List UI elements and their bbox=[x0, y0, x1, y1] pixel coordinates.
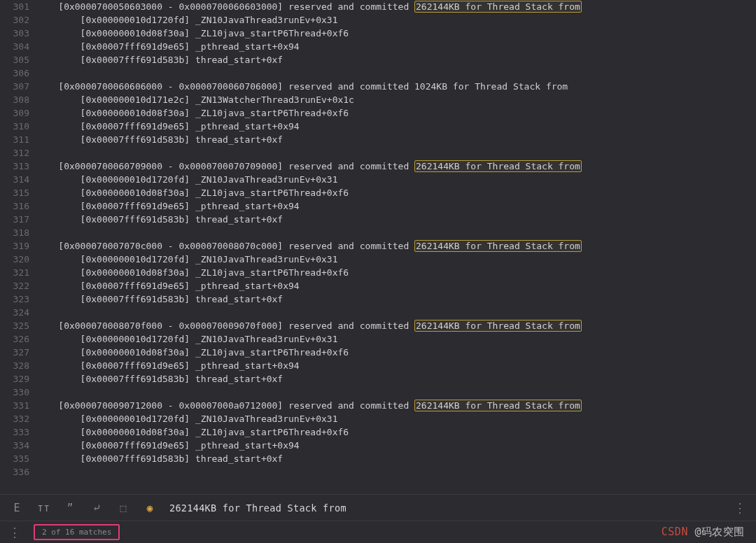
line-number: 311 bbox=[0, 133, 29, 146]
line-number: 318 bbox=[0, 226, 29, 239]
line-number: 330 bbox=[0, 386, 29, 399]
code-line[interactable]: [0x0000700060606000 - 0x0000700060706000… bbox=[36, 80, 756, 93]
line-number: 319 bbox=[0, 239, 29, 253]
match-count-badge: 2 of 16 matches bbox=[34, 524, 120, 540]
line-number: 324 bbox=[0, 306, 29, 319]
status-more-icon[interactable]: ⋮ bbox=[8, 525, 21, 540]
line-number: 332 bbox=[0, 412, 29, 425]
code-line[interactable]: [0x000000010d171e2c] _ZN13WatcherThread3… bbox=[36, 93, 756, 106]
line-number: 328 bbox=[0, 359, 29, 372]
code-line[interactable]: [0x00007fff691d583b] thread_start+0xf bbox=[36, 292, 756, 306]
line-number: 326 bbox=[0, 332, 29, 346]
line-number: 307 bbox=[0, 80, 29, 93]
search-match-highlight: 262144KB for Thread Stack from bbox=[414, 320, 582, 332]
code-line[interactable]: [0x000000010d08f30a] _ZL10java_startP6Th… bbox=[36, 27, 756, 40]
code-line[interactable]: [0x00007fff691d583b] thread_start+0xf bbox=[36, 133, 756, 146]
line-number: 309 bbox=[0, 106, 29, 120]
line-number: 320 bbox=[0, 253, 29, 266]
line-number: 333 bbox=[0, 425, 29, 439]
line-number: 310 bbox=[0, 120, 29, 133]
line-number: 331 bbox=[0, 399, 29, 412]
code-line[interactable]: [0x00007fff691d9e65] _pthread_start+0x94 bbox=[36, 439, 756, 452]
code-area[interactable]: [0x0000700050603000 - 0x0000700060603000… bbox=[36, 0, 756, 493]
code-line[interactable] bbox=[36, 226, 756, 239]
code-line[interactable]: [0x000070008070f000 - 0x000070009070f000… bbox=[36, 319, 756, 332]
line-number: 325 bbox=[0, 319, 29, 332]
code-line[interactable]: [0x000000010d08f30a] _ZL10java_startP6Th… bbox=[36, 346, 756, 359]
code-line[interactable]: [0x000070007070c000 - 0x000070008070c000… bbox=[36, 239, 756, 253]
line-number: 335 bbox=[0, 452, 29, 465]
code-line[interactable]: [0x000000010d08f30a] _ZL10java_startP6Th… bbox=[36, 186, 756, 199]
code-line[interactable]: [0x0000700050603000 - 0x0000700060603000… bbox=[36, 0, 756, 13]
find-toolbar: E тт ” ⤶ ⬚ ◉ ⋮ bbox=[0, 494, 756, 521]
code-line[interactable]: [0x00007fff691d9e65] _pthread_start+0x94 bbox=[36, 40, 756, 53]
line-number: 304 bbox=[0, 40, 29, 53]
search-match-highlight: 262144KB for Thread Stack from bbox=[414, 1, 582, 13]
line-number: 312 bbox=[0, 146, 29, 160]
more-options-icon[interactable]: ⋮ bbox=[734, 500, 746, 515]
search-input[interactable] bbox=[169, 502, 721, 514]
code-line[interactable]: [0x0000700090712000 - 0x00007000a0712000… bbox=[36, 399, 756, 412]
line-number: 313 bbox=[0, 160, 29, 173]
code-line[interactable]: [0x000000010d1720fd] _ZN10JavaThread3run… bbox=[36, 253, 756, 266]
code-line[interactable]: [0x00007fff691d583b] thread_start+0xf bbox=[36, 213, 756, 226]
case-sensitive-toggle-icon[interactable]: тт bbox=[36, 501, 50, 515]
wrap-toggle-icon[interactable]: ⤶ bbox=[90, 501, 104, 515]
code-line[interactable] bbox=[36, 386, 756, 399]
line-number: 322 bbox=[0, 279, 29, 292]
highlight-toggle-icon[interactable]: ◉ bbox=[143, 501, 157, 515]
code-line[interactable] bbox=[36, 306, 756, 319]
code-line[interactable]: [0x0000700060709000 - 0x0000700070709000… bbox=[36, 160, 756, 173]
in-selection-toggle-icon[interactable]: ⬚ bbox=[116, 501, 130, 515]
search-match-highlight: 262144KB for Thread Stack from bbox=[414, 160, 582, 172]
line-number: 321 bbox=[0, 266, 29, 279]
code-line[interactable]: [0x00007fff691d583b] thread_start+0xf bbox=[36, 372, 756, 386]
code-editor[interactable]: 3013023033043053063073083093103113123133… bbox=[0, 0, 756, 493]
code-line[interactable] bbox=[36, 66, 756, 80]
code-line[interactable] bbox=[36, 146, 756, 160]
code-line[interactable]: [0x000000010d1720fd] _ZN10JavaThread3run… bbox=[36, 332, 756, 346]
code-line[interactable]: [0x00007fff691d583b] thread_start+0xf bbox=[36, 452, 756, 465]
line-number: 308 bbox=[0, 93, 29, 106]
line-number: 306 bbox=[0, 66, 29, 80]
line-number: 327 bbox=[0, 346, 29, 359]
line-number: 323 bbox=[0, 292, 29, 306]
code-line[interactable]: [0x00007fff691d9e65] _pthread_start+0x94 bbox=[36, 359, 756, 372]
line-number-gutter: 3013023033043053063073083093103113123133… bbox=[0, 0, 36, 493]
line-number: 314 bbox=[0, 173, 29, 186]
code-line[interactable]: [0x000000010d1720fd] _ZN10JavaThread3run… bbox=[36, 13, 756, 27]
code-line[interactable]: [0x00007fff691d9e65] _pthread_start+0x94 bbox=[36, 199, 756, 213]
line-number: 301 bbox=[0, 0, 29, 13]
line-number: 315 bbox=[0, 186, 29, 199]
code-line[interactable]: [0x00007fff691d9e65] _pthread_start+0x94 bbox=[36, 279, 756, 292]
line-number: 305 bbox=[0, 53, 29, 66]
code-line[interactable] bbox=[36, 465, 756, 479]
line-number: 317 bbox=[0, 213, 29, 226]
status-bar: ⋮ 2 of 16 matches bbox=[0, 521, 756, 543]
line-number: 334 bbox=[0, 439, 29, 452]
whole-word-toggle-icon[interactable]: ” bbox=[63, 501, 77, 515]
code-line[interactable]: [0x000000010d08f30a] _ZL10java_startP6Th… bbox=[36, 266, 756, 279]
regex-toggle-icon[interactable]: E bbox=[10, 501, 24, 515]
code-line[interactable]: [0x000000010d08f30a] _ZL10java_startP6Th… bbox=[36, 425, 756, 439]
line-number: 302 bbox=[0, 13, 29, 27]
search-match-highlight: 262144KB for Thread Stack from bbox=[414, 240, 582, 252]
code-line[interactable]: [0x000000010d1720fd] _ZN10JavaThread3run… bbox=[36, 412, 756, 425]
code-line[interactable]: [0x00007fff691d9e65] _pthread_start+0x94 bbox=[36, 120, 756, 133]
line-number: 329 bbox=[0, 372, 29, 386]
line-number: 336 bbox=[0, 465, 29, 479]
code-line[interactable]: [0x000000010d1720fd] _ZN10JavaThread3run… bbox=[36, 173, 756, 186]
search-match-highlight: 262144KB for Thread Stack from bbox=[414, 400, 582, 411]
line-number: 316 bbox=[0, 199, 29, 213]
code-line[interactable]: [0x000000010d08f30a] _ZL10java_startP6Th… bbox=[36, 106, 756, 120]
code-line[interactable]: [0x00007fff691d583b] thread_start+0xf bbox=[36, 53, 756, 66]
line-number: 303 bbox=[0, 27, 29, 40]
